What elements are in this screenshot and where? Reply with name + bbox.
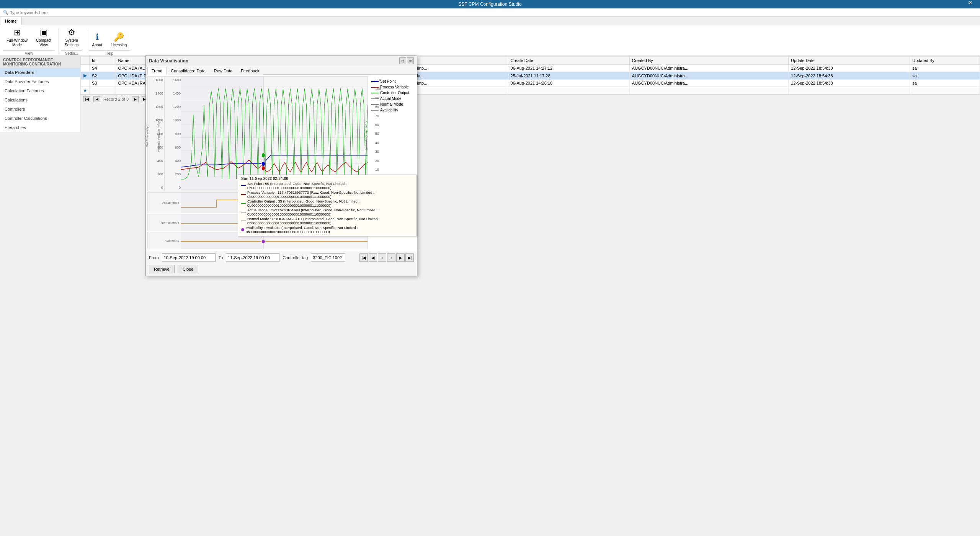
row-update-date: 12-Sep-2022 18:54:38	[789, 72, 910, 80]
controller-tag-label: Controller tag	[283, 255, 308, 260]
legend-actual-label: Actual Mode	[380, 96, 402, 101]
nav-next-button[interactable]: ▶	[132, 96, 139, 102]
nav-prev-button[interactable]: ◀	[93, 96, 100, 102]
row-id: S3	[90, 80, 116, 87]
sidebar-item-controllers[interactable]: Controllers	[0, 105, 80, 114]
col-indicator	[81, 57, 90, 65]
to-input[interactable]	[226, 253, 279, 262]
close-button[interactable]: ✕	[969, 0, 980, 8]
from-label: From	[149, 255, 159, 260]
y-label-setpoint: Set Point (m³/yr)	[145, 124, 149, 147]
col-create-date[interactable]: Create Date	[508, 57, 629, 65]
about-icon: ℹ	[96, 32, 99, 42]
svg-rect-18	[181, 232, 263, 249]
nav-last-chart[interactable]: ▶|	[405, 253, 414, 262]
svg-point-20	[261, 240, 265, 243]
controller-tag-input[interactable]	[311, 253, 345, 262]
title-bar: SSF CPM Configuration Studio ─ □ ✕	[0, 0, 980, 8]
tab-home[interactable]: Home	[0, 17, 22, 25]
ribbon: Home ⊞ Full-WindowMode ▣ CompactView Vie…	[0, 17, 980, 56]
nav-first-button[interactable]: |◀	[83, 96, 90, 102]
search-bar: 🔍	[0, 8, 980, 17]
svg-rect-13	[181, 193, 263, 213]
legend-setpoint-label: Set Point	[380, 79, 396, 83]
actual-mode-cursor	[263, 193, 263, 213]
row-updated-by: sa	[910, 65, 980, 72]
tab-raw-data[interactable]: Raw Data	[210, 67, 237, 75]
tab-consolidated[interactable]: Consolidated Data	[167, 67, 210, 75]
normal-mode-svg	[181, 214, 368, 231]
chart-container: 16001400120010008006004002000 1600140012…	[146, 75, 417, 251]
retrieve-button[interactable]: Retrieve	[149, 265, 175, 273]
y-axis-divider-left	[164, 77, 165, 191]
full-window-mode-button[interactable]: ⊞ Full-WindowMode	[3, 26, 31, 49]
nav-prev-small-chart[interactable]: ‹	[378, 253, 386, 262]
dialog-title-bar: Data Visualisation □ ✕	[146, 56, 417, 66]
help-group-label: Help	[88, 50, 130, 56]
col-created-by[interactable]: Created By	[629, 57, 788, 65]
availability-svg	[181, 232, 368, 249]
search-input[interactable]	[10, 10, 977, 15]
row-update-date	[789, 87, 910, 95]
row-indicator: ▶	[81, 72, 90, 80]
sidebar-item-calculation-factories[interactable]: Calculation Factories	[0, 86, 80, 95]
svg-point-14	[261, 206, 265, 209]
sidebar-item-calculations[interactable]: Calculations	[0, 95, 80, 105]
nav-next-chart[interactable]: ▶	[396, 253, 405, 262]
system-settings-button[interactable]: ⚙ SystemSettings	[61, 26, 82, 49]
compact-view-button[interactable]: ▣ CompactView	[33, 26, 55, 49]
nav-first-chart[interactable]: |◀	[359, 253, 368, 262]
y-axis-left: 16001400120010008006004002000	[148, 77, 163, 191]
actual-mode-svg	[181, 193, 368, 213]
from-input[interactable]	[162, 253, 216, 262]
sidebar-item-data-providers[interactable]: Data Providers	[0, 68, 80, 77]
data-vis-dialog: Data Visualisation □ ✕ Trend Consolidate…	[145, 56, 417, 276]
licensing-button[interactable]: 🔑 Licensing	[107, 30, 130, 49]
svg-rect-15	[181, 214, 263, 231]
licensing-icon: 🔑	[114, 32, 124, 42]
trend-svg	[181, 77, 368, 191]
sidebar-item-hierarchies[interactable]: Hierarchies	[0, 123, 80, 132]
app-title: SSF CPM Configuration Studio	[458, 2, 521, 7]
y-label-co: Controller Output (%)	[365, 121, 369, 150]
close-dialog-button[interactable]: Close	[178, 265, 198, 273]
about-button[interactable]: ℹ About	[88, 30, 106, 49]
dialog-close-button[interactable]: ✕	[407, 57, 414, 64]
svg-point-17	[261, 222, 265, 226]
normal-mode-chart	[181, 214, 368, 231]
row-indicator	[81, 80, 90, 87]
col-updated-by[interactable]: Updated By	[910, 57, 980, 65]
sidebar-item-data-provider-factories[interactable]: Data Provider Factories	[0, 77, 80, 86]
row-id: S4	[90, 65, 116, 72]
row-updated-by	[910, 87, 980, 95]
row-indicator: ★	[81, 87, 90, 95]
col-update-date[interactable]: Update Date	[789, 57, 910, 65]
ribbon-sep-2	[86, 28, 86, 54]
sidebar-item-controller-calculations[interactable]: Controller Calculations	[0, 114, 80, 123]
row-create-date	[508, 87, 629, 95]
row-created-by: AUGCYD00NUC\Administra...	[629, 80, 788, 87]
ribbon-sep-1	[59, 28, 59, 54]
legend-pv-label: Process Variable	[380, 85, 409, 89]
system-settings-label: SystemSettings	[65, 38, 78, 47]
row-create-date: 25-Jul-2021 11:17:28	[508, 72, 629, 80]
availability-label: Availability	[148, 232, 181, 249]
dialog-restore-button[interactable]: □	[399, 57, 406, 64]
sidebar-section-title: CONTROL PERFORMANCE MONITORING CONFIGURA…	[0, 56, 80, 68]
nav-next-small-chart[interactable]: ›	[387, 253, 395, 262]
ribbon-group-help: ℹ About 🔑 Licensing Help	[88, 30, 130, 56]
nav-prev-chart[interactable]: ◀	[369, 253, 377, 262]
tab-feedback[interactable]: Feedback	[237, 67, 263, 75]
row-created-by	[629, 87, 788, 95]
ribbon-group-help-buttons: ℹ About 🔑 Licensing	[88, 30, 130, 49]
row-indicator	[81, 65, 90, 72]
row-created-by: AUGCYD00NUC\Administra...	[629, 72, 788, 80]
svg-point-10	[261, 153, 265, 157]
tab-trend[interactable]: Trend	[147, 67, 167, 75]
row-updated-by: sa	[910, 80, 980, 87]
search-icon: 🔍	[3, 10, 8, 15]
col-id[interactable]: Id	[90, 57, 116, 65]
row-update-date: 12-Sep-2022 18:54:38	[789, 80, 910, 87]
availability-chart	[181, 232, 368, 249]
y-axis-left2: 16001400120010008006004002000	[165, 77, 181, 191]
